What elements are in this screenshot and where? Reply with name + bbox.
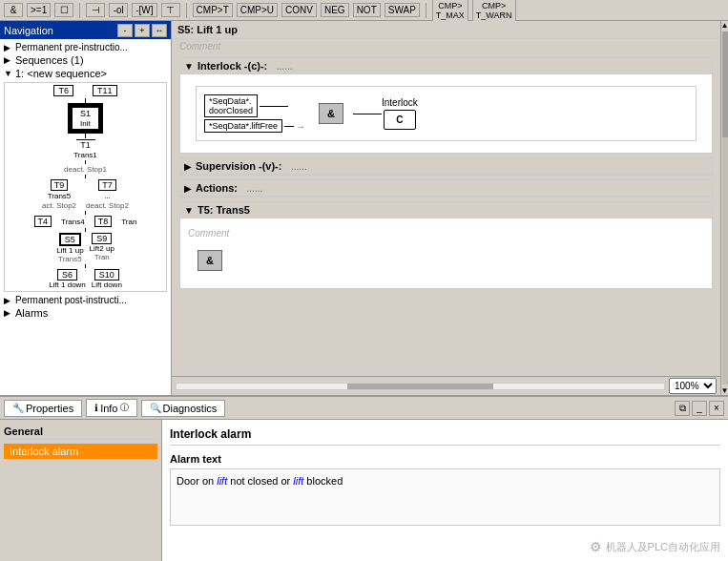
scroll-down-btn[interactable]: ▼ bbox=[721, 386, 729, 395]
watermark-text: 机器人及PLC自动化应用 bbox=[606, 540, 720, 554]
alarm-text-label: Alarm text bbox=[170, 453, 720, 465]
t5-ladder: & bbox=[188, 240, 704, 280]
nav-item-label: Sequences (1) bbox=[15, 54, 84, 66]
nav-item-pre-instruction[interactable]: ▶ Permanent pre-instructio... bbox=[2, 41, 169, 53]
toolbar-cmpt[interactable]: CMP>T bbox=[193, 3, 233, 17]
alarm-title: Interlock alarm bbox=[170, 427, 720, 446]
sfc-nav-diagram: T6 T11 S1Init T1 Trans1 deact. Stop1 bbox=[4, 82, 167, 292]
diagram-comment: Comment bbox=[172, 39, 720, 53]
arrow-icon: ▶ bbox=[4, 308, 13, 318]
diagram-title: S5: Lift 1 up bbox=[177, 24, 238, 35]
properties-icon: 🔧 bbox=[12, 403, 24, 413]
scroll-thumb-v[interactable] bbox=[722, 31, 728, 137]
toolbar-cmptw[interactable]: CMP>T_WARN bbox=[472, 0, 516, 22]
watermark: ⚙ 机器人及PLC自动化应用 bbox=[590, 539, 720, 554]
contact-2-row: *SeqData*.liftFree → bbox=[204, 119, 305, 133]
zoom-bar: 100% 50% 75% 125% 150% bbox=[172, 376, 720, 395]
actions-label: Actions: bbox=[196, 182, 238, 194]
tab-diagnostics[interactable]: 🔍 Diagnostics bbox=[141, 400, 226, 417]
bottom-panel: 🔧 Properties ℹ Info ⓘ 🔍 Diagnostics ⧉ _ … bbox=[0, 395, 728, 561]
alarm-text-part3: blocked bbox=[303, 475, 343, 487]
bottom-tabs: 🔧 Properties ℹ Info ⓘ 🔍 Diagnostics ⧉ _ … bbox=[0, 397, 728, 420]
scroll-thumb[interactable] bbox=[347, 384, 493, 389]
alarm-text-part1: Door on bbox=[177, 475, 217, 487]
panel-detach-btn[interactable]: ⧉ bbox=[675, 401, 690, 416]
toolbar-cmptmax[interactable]: CMP>T_MAX bbox=[432, 0, 468, 22]
toolbar-neg[interactable]: NEG bbox=[321, 3, 349, 17]
bottom-section-general: General bbox=[4, 424, 157, 440]
nav-item-post-instruction[interactable]: ▶ Permanent post-instructi... bbox=[2, 294, 169, 306]
interlock-label: Interlock -(c)-: bbox=[198, 60, 267, 72]
t5-header[interactable]: ▼ T5: Trans5 bbox=[180, 202, 712, 218]
bottom-right-panel: Interlock alarm Alarm text Door on lift … bbox=[162, 420, 728, 561]
scroll-up-btn[interactable]: ▲ bbox=[721, 21, 729, 30]
nav-panel: Navigation - + ↔ ▶ Permanent pre-instruc… bbox=[0, 21, 172, 395]
coil-box: C bbox=[384, 110, 415, 130]
nav-zoom-out[interactable]: - bbox=[117, 24, 133, 37]
supervision-label: Supervision -(v)-: bbox=[196, 160, 281, 172]
diagram-main: S5: Lift 1 up Comment ▼ Interlock -(c)-:… bbox=[172, 21, 720, 395]
expand-icon: ▼ bbox=[184, 205, 194, 216]
nav-zoom-in[interactable]: + bbox=[135, 24, 150, 37]
expand-icon: ▶ bbox=[184, 161, 192, 172]
contact-seqdata-door: *SeqData*. doorClosed bbox=[204, 94, 258, 117]
toolbar-wire[interactable]: -[W] bbox=[132, 3, 156, 17]
horizontal-scrollbar[interactable] bbox=[176, 383, 665, 390]
scroll-track[interactable] bbox=[722, 31, 728, 384]
bottom-tab-actions: ⧉ _ × bbox=[675, 401, 724, 416]
sep1 bbox=[79, 3, 80, 18]
nav-tree[interactable]: ▶ Permanent pre-instructio... ▶ Sequence… bbox=[0, 39, 171, 395]
nav-item-new-sequence[interactable]: ▼ 1: <new sequence> bbox=[2, 67, 169, 80]
nav-item-label: Alarms bbox=[15, 307, 48, 319]
tab-properties-label: Properties bbox=[26, 403, 73, 414]
toolbar-ge1[interactable]: >=1 bbox=[27, 3, 51, 17]
nav-item-sequences[interactable]: ▶ Sequences (1) bbox=[2, 53, 169, 67]
watermark-icon: ⚙ bbox=[590, 539, 602, 554]
info-detail-icon: ⓘ bbox=[120, 402, 129, 414]
alarm-text-lift: lift bbox=[217, 475, 227, 487]
toolbar-conv[interactable]: CONV bbox=[281, 3, 317, 17]
supervision-header[interactable]: ▶ Supervision -(v)-: ...... bbox=[180, 158, 712, 175]
right-scrollbar[interactable]: ▲ ▼ bbox=[720, 21, 728, 395]
expand-icon: ▼ bbox=[184, 61, 194, 72]
panel-close-btn[interactable]: × bbox=[709, 401, 724, 416]
t5-body: Comment & bbox=[180, 218, 712, 288]
arrow-icon: ▶ bbox=[4, 43, 13, 52]
supervision-dots: ...... bbox=[285, 161, 306, 172]
toolbar-box[interactable]: ☐ bbox=[54, 3, 73, 17]
nav-resize[interactable]: ↔ bbox=[152, 24, 167, 37]
toolbar-neg1[interactable]: ⊣ bbox=[86, 3, 105, 17]
toolbar-swap[interactable]: SWAP bbox=[385, 3, 420, 17]
nav-item-label: 1: <new sequence> bbox=[15, 68, 107, 79]
actions-header[interactable]: ▶ Actions: ...... bbox=[180, 180, 712, 197]
zoom-select[interactable]: 100% 50% 75% 125% 150% bbox=[669, 378, 717, 394]
tab-diagnostics-label: Diagnostics bbox=[163, 403, 218, 414]
nav-item-label: Permanent pre-instructio... bbox=[15, 42, 128, 52]
bottom-left-panel: General Interlock alarm bbox=[0, 420, 162, 561]
diagram-header: S5: Lift 1 up bbox=[172, 21, 720, 39]
contact-1-row: *SeqData*. doorClosed bbox=[204, 94, 305, 117]
toolbar-ampersand[interactable]: & bbox=[4, 3, 23, 17]
interlock-header[interactable]: ▼ Interlock -(c)-: ...... bbox=[180, 58, 712, 74]
t5-comment: Comment bbox=[188, 226, 704, 240]
alarm-text-lift2: lift bbox=[293, 475, 303, 487]
sep2 bbox=[186, 3, 187, 18]
nav-item-label: Permanent post-instructi... bbox=[15, 295, 127, 305]
diagram-scroll[interactable]: Comment ▼ Interlock -(c)-: ...... bbox=[172, 39, 720, 376]
panel-minimize-btn[interactable]: _ bbox=[692, 401, 707, 416]
contact-seqdata-lift: *SeqData*.liftFree bbox=[204, 119, 282, 133]
actions-section: ▶ Actions: ...... bbox=[179, 179, 713, 197]
expand-icon: ▶ bbox=[184, 183, 192, 194]
toolbar-cmpu[interactable]: CMP>U bbox=[237, 3, 278, 17]
toolbar-neg2[interactable]: -ol bbox=[109, 3, 128, 17]
and-box: & bbox=[319, 103, 343, 124]
nav-item-alarms[interactable]: ▶ Alarms bbox=[2, 306, 169, 320]
interlock-alarm-item[interactable]: Interlock alarm bbox=[4, 444, 157, 459]
toolbar-branch[interactable]: ⊤ bbox=[161, 3, 180, 17]
interlock-dots: ...... bbox=[271, 61, 292, 72]
toolbar-not[interactable]: NOT bbox=[353, 3, 381, 17]
info-icon: ℹ bbox=[94, 403, 98, 413]
tab-properties[interactable]: 🔧 Properties bbox=[4, 400, 82, 417]
tab-info[interactable]: ℹ Info ⓘ bbox=[86, 399, 136, 417]
tab-info-label: Info bbox=[100, 403, 117, 414]
